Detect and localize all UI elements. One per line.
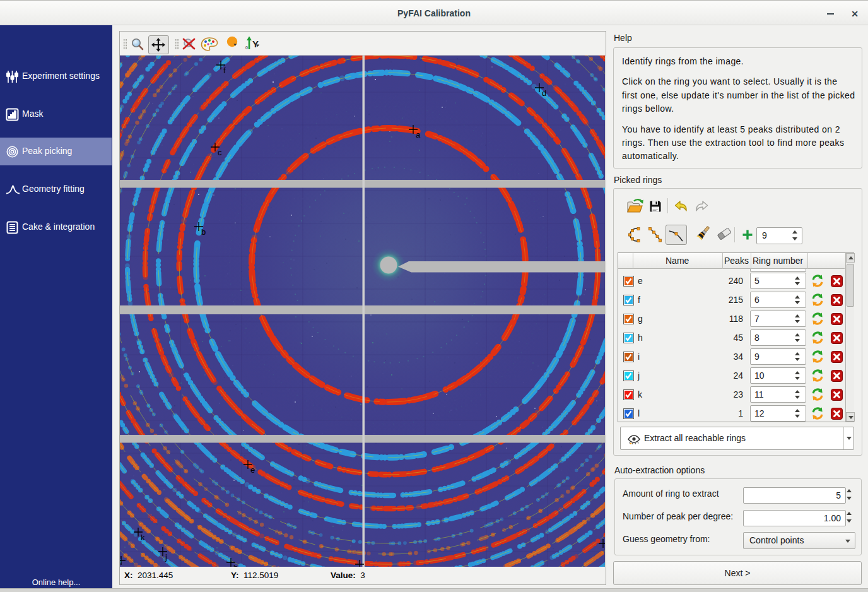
svg-text:f: f [223,66,226,75]
svg-text:d: d [542,88,546,98]
svg-text:a: a [416,130,421,139]
svg-text:k: k [141,533,145,542]
svg-text:0: 0 [245,45,248,50]
svg-text:e: e [250,465,255,475]
svg-text:c: c [218,148,222,157]
svg-text:Y: Y [252,38,259,49]
svg-text:j: j [165,552,167,562]
svg-text:b: b [201,227,206,237]
